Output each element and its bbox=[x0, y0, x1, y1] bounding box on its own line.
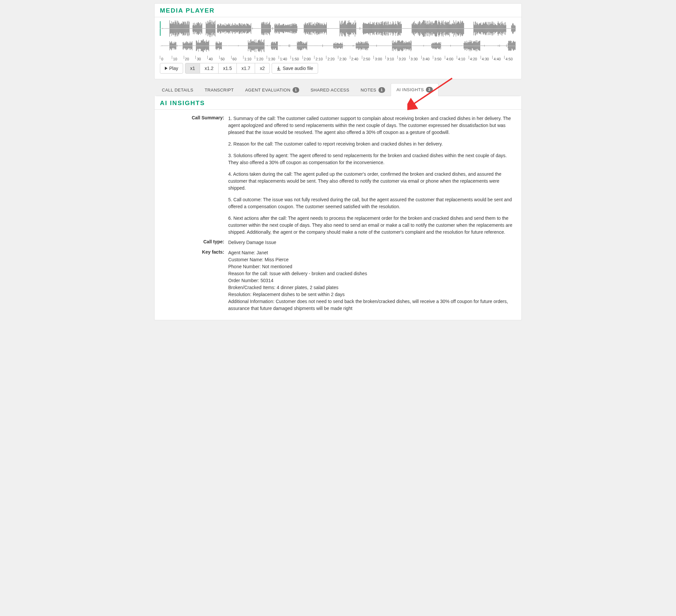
key-fact-line: Customer Name: Miss Pierce bbox=[228, 256, 513, 263]
play-button[interactable]: Play bbox=[160, 63, 183, 74]
play-label: Play bbox=[169, 66, 178, 71]
speed-x1-7-button[interactable]: x1.7 bbox=[237, 63, 255, 74]
tab-transcript[interactable]: TRANSCRIPT bbox=[199, 83, 239, 96]
call-summary-label: Call Summary: bbox=[184, 115, 224, 236]
ai-insights-title: AI INSIGHTS bbox=[155, 96, 521, 110]
speed-button-group: x1x1.2x1.5x1.7x2 bbox=[185, 63, 270, 74]
key-fact-line: Agent Name: Janet bbox=[228, 249, 513, 256]
tab-badge: 1 bbox=[379, 87, 385, 93]
key-facts-label: Key facts: bbox=[184, 249, 224, 312]
media-controls: Play x1x1.2x1.5x1.7x2 Save audio file bbox=[155, 63, 521, 79]
tabs-container: CALL DETAILSTRANSCRIPTAGENT EVALUATION1S… bbox=[154, 83, 522, 96]
tab-label: AGENT EVALUATION bbox=[245, 87, 291, 93]
summary-paragraph: 2. Reason for the call: The customer cal… bbox=[228, 140, 513, 147]
tab-label: CALL DETAILS bbox=[162, 87, 193, 93]
call-summary-value: 1. Summary of the call: The customer cal… bbox=[228, 115, 513, 236]
key-fact-line: Phone Number: Not mentioned bbox=[228, 263, 513, 270]
speed-x1-2-button[interactable]: x1.2 bbox=[200, 63, 218, 74]
tab-agent-evaluation[interactable]: AGENT EVALUATION1 bbox=[239, 83, 305, 96]
tab-list: CALL DETAILSTRANSCRIPTAGENT EVALUATION1S… bbox=[156, 83, 520, 96]
key-fact-line: Reason for the call: Issue with delivery… bbox=[228, 270, 513, 277]
play-icon bbox=[165, 67, 168, 70]
call-type-value: Delivery Damage Issue bbox=[228, 239, 513, 246]
tab-label: TRANSCRIPT bbox=[205, 87, 234, 93]
tab-badge: 3 bbox=[426, 87, 433, 93]
ai-insights-content: Call Summary: 1. Summary of the call: Th… bbox=[155, 110, 521, 320]
media-player-panel: MEDIA PLAYER 01020304050601:101:201:301:… bbox=[154, 3, 522, 79]
tab-badge: 1 bbox=[292, 87, 299, 93]
summary-paragraph: 4. Actions taken during the call: The ag… bbox=[228, 171, 513, 192]
summary-paragraph: 3. Solutions offered by agent: The agent… bbox=[228, 152, 513, 166]
speed-x1-5-button[interactable]: x1.5 bbox=[219, 63, 237, 74]
speed-x2-button[interactable]: x2 bbox=[255, 63, 270, 74]
waveform-track-2 bbox=[160, 37, 516, 54]
save-audio-label: Save audio file bbox=[283, 66, 313, 71]
save-audio-button[interactable]: Save audio file bbox=[272, 63, 318, 74]
tab-label: SHARED ACCESS bbox=[311, 87, 349, 93]
call-type-label: Call type: bbox=[184, 239, 224, 246]
key-fact-line: Additional Information: Customer does no… bbox=[228, 298, 513, 312]
waveform-area[interactable]: 01020304050601:101:201:301:401:502:002:1… bbox=[155, 17, 521, 63]
waveform-track-1 bbox=[160, 20, 516, 37]
key-facts-value: Agent Name: JanetCustomer Name: Miss Pie… bbox=[228, 249, 513, 312]
waveform-timeline: 01020304050601:101:201:301:401:502:002:1… bbox=[160, 56, 516, 58]
media-player-title: MEDIA PLAYER bbox=[155, 4, 521, 17]
tab-label: NOTES bbox=[360, 87, 376, 93]
summary-paragraph: 6. Next actions after the call: The agen… bbox=[228, 215, 513, 236]
tab-ai-insights[interactable]: AI INSIGHTS3 bbox=[391, 83, 438, 96]
tab-notes[interactable]: NOTES1 bbox=[355, 83, 391, 96]
summary-paragraph: 5. Call outcome: The issue was not fully… bbox=[228, 196, 513, 210]
ai-insights-panel: AI INSIGHTS Call Summary: 1. Summary of … bbox=[154, 96, 522, 320]
tab-shared-access[interactable]: SHARED ACCESS bbox=[305, 83, 355, 96]
key-fact-line: Broken/Cracked Items: 4 dinner plates, 2… bbox=[228, 284, 513, 291]
download-icon bbox=[277, 66, 281, 71]
speed-x1-button[interactable]: x1 bbox=[185, 63, 200, 74]
tab-call-details[interactable]: CALL DETAILS bbox=[156, 83, 199, 96]
summary-paragraph: 1. Summary of the call: The customer cal… bbox=[228, 115, 513, 136]
key-fact-line: Order Number: 50314 bbox=[228, 277, 513, 284]
key-fact-line: Resolution: Replacement dishes to be sen… bbox=[228, 291, 513, 298]
tab-label: AI INSIGHTS bbox=[396, 87, 424, 92]
